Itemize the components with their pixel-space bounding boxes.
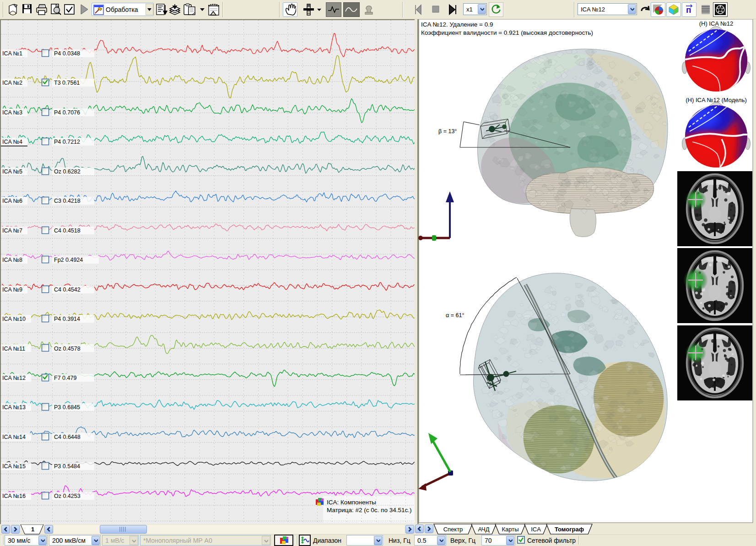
svg-text:P4 0.3914: P4 0.3914 xyxy=(54,316,80,322)
svg-text:ICA №1: ICA №1 xyxy=(2,50,22,57)
svg-text:(H) ICA №12: (H) ICA №12 xyxy=(699,20,734,27)
svg-text:C4 0.6448: C4 0.6448 xyxy=(54,434,81,440)
svg-text:α = 61°: α = 61° xyxy=(446,312,464,319)
svg-text:β = 13°: β = 13° xyxy=(438,128,457,135)
svg-text:ICA №3: ICA №3 xyxy=(2,109,22,116)
svg-text:Томограф: Томограф xyxy=(555,526,584,533)
svg-text:ICA №11: ICA №11 xyxy=(2,346,25,352)
svg-text:ICA №6: ICA №6 xyxy=(2,198,22,204)
svg-text:Коэффициент валидности = 0.921: Коэффициент валидности = 0.921 (высокая … xyxy=(421,29,593,36)
svg-text:ICA №12. Удаление = 0.9: ICA №12. Удаление = 0.9 xyxy=(421,21,493,28)
svg-text:F7 0.479: F7 0.479 xyxy=(54,375,76,381)
svg-text:C4 0.4542: C4 0.4542 xyxy=(54,287,81,293)
svg-text:C3 0.4218: C3 0.4218 xyxy=(54,198,81,204)
svg-text:P4 0.7076: P4 0.7076 xyxy=(54,109,80,116)
svg-text:ICA №7: ICA №7 xyxy=(2,227,22,234)
svg-text:Fp2 0.4924: Fp2 0.4924 xyxy=(54,257,83,263)
svg-text:ICA №5: ICA №5 xyxy=(2,168,22,175)
svg-text:ICA: ICA xyxy=(531,526,541,533)
svg-text:Карты: Карты xyxy=(502,526,518,533)
svg-text:Oz 0.4578: Oz 0.4578 xyxy=(54,346,81,352)
svg-text:ICA №4: ICA №4 xyxy=(2,139,22,145)
svg-text:ICA №15: ICA №15 xyxy=(2,463,26,470)
svg-text:Oz 0.6282: Oz 0.6282 xyxy=(54,168,81,175)
svg-text:P4 0.0348: P4 0.0348 xyxy=(54,50,80,57)
svg-text:ICA №8: ICA №8 xyxy=(2,257,22,263)
svg-text:T3 0.7561: T3 0.7561 xyxy=(54,80,80,86)
svg-text:P3 0.6845: P3 0.6845 xyxy=(54,404,80,411)
svg-text:Спектр: Спектр xyxy=(443,526,463,533)
svg-text:ICA №12: ICA №12 xyxy=(2,375,26,381)
svg-text:ICA №10: ICA №10 xyxy=(2,316,26,322)
svg-text:1: 1 xyxy=(31,526,34,533)
svg-text:ICA №2: ICA №2 xyxy=(2,80,22,86)
svg-text:ICA: Компоненты: ICA: Компоненты xyxy=(327,499,376,506)
svg-text:C4 0.4518: C4 0.4518 xyxy=(54,227,81,234)
svg-text:ICA №16: ICA №16 xyxy=(2,493,26,499)
svg-text:Матрица: #2 (с 0с. по 34.51с.): Матрица: #2 (с 0с. по 34.51с.) xyxy=(327,507,411,514)
svg-text:P4 0.7212: P4 0.7212 xyxy=(54,139,80,145)
svg-text:АЧД: АЧД xyxy=(478,526,489,533)
svg-text:ICA №13: ICA №13 xyxy=(2,404,26,411)
svg-text:Oz 0.4253: Oz 0.4253 xyxy=(54,493,81,499)
svg-text:P3 0.5484: P3 0.5484 xyxy=(54,463,80,470)
svg-text:ICA №14: ICA №14 xyxy=(2,434,26,440)
svg-text:п: п xyxy=(686,5,691,15)
svg-text:ICA №9: ICA №9 xyxy=(2,287,22,293)
